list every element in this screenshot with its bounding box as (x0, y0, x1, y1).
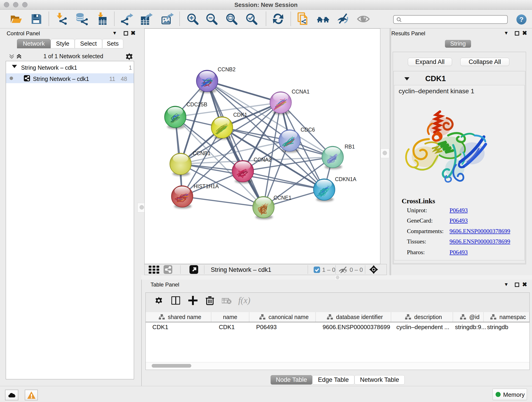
svg-text:CDK1: CDK1 (233, 112, 247, 118)
svg-text:HIST1H1A: HIST1H1A (194, 183, 219, 189)
svg-text:CCNB1: CCNB1 (193, 150, 210, 156)
svg-text:CDKN1A: CDKN1A (335, 176, 356, 182)
svg-text:CCNA1: CCNA1 (292, 89, 310, 95)
svg-text:CCNB2: CCNB2 (218, 66, 235, 72)
svg-text:RB1: RB1 (345, 144, 355, 150)
svg-text:CDC25B: CDC25B (186, 102, 207, 108)
svg-text:CCNE1: CCNE1 (273, 195, 291, 201)
svg-text:CDC6: CDC6 (301, 127, 315, 133)
svg-text:CCNA2: CCNA2 (254, 157, 272, 163)
